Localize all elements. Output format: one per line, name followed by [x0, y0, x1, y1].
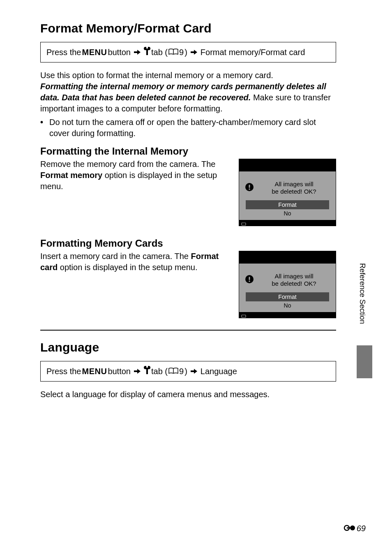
nav-dest: Language — [201, 366, 237, 377]
wrench-icon — [144, 46, 150, 58]
sub2-post: option is displayed in the setup menu. — [58, 263, 197, 272]
intro-paragraph: Use this option to format the internal m… — [40, 70, 336, 114]
screen-option-no: No — [246, 301, 329, 310]
sub1-text: Remove the memory card from the camera. … — [40, 159, 229, 192]
nav-text: button — [108, 366, 131, 377]
page-title-language: Language — [40, 340, 336, 354]
menu-label: MENU — [82, 46, 107, 58]
side-tab-marker — [357, 345, 372, 378]
nav-text: Press the — [46, 366, 81, 377]
language-body: Select a language for display of camera … — [40, 389, 336, 400]
sub1-pre: Remove the memory card from the camera. … — [40, 160, 215, 169]
arrow-right-icon — [134, 46, 141, 58]
nav-path-language: Press the MENU button tab ( 9 ) Language — [40, 361, 336, 382]
bullet-item: • Do not turn the camera off or open the… — [40, 117, 336, 139]
screen-top-bar — [239, 159, 336, 171]
screen-msg-l1: All images will — [274, 273, 313, 280]
camera-screen-mock: All images will be deleted! OK? Format N… — [239, 251, 336, 318]
nav-text: Press the — [46, 46, 81, 58]
page-title-format: Format Memory/Format Card — [40, 21, 336, 35]
page-number: 69 — [357, 524, 366, 533]
arrow-right-icon — [191, 366, 197, 377]
bullet-text: Do not turn the camera off or open the b… — [49, 117, 336, 139]
screen-bottom-bar — [239, 220, 336, 226]
nav-path-format: Press the MENU button tab ( 9 ) Format m… — [40, 42, 336, 62]
menu-label: MENU — [82, 366, 107, 377]
book-icon — [168, 366, 178, 377]
nav-page-ref: 9 — [179, 366, 184, 377]
screen-top-bar — [239, 251, 336, 264]
nav-dest: Format memory/Format card — [201, 46, 305, 58]
svg-rect-4 — [242, 223, 246, 225]
nav-text: tab ( — [151, 366, 168, 377]
wrench-icon — [144, 366, 150, 377]
page-footer: 69 — [344, 524, 366, 533]
screen-bottom-bar — [239, 312, 336, 318]
svg-point-3 — [249, 188, 250, 190]
nav-text: tab ( — [151, 46, 168, 58]
screen-option-format: Format — [246, 200, 329, 209]
nav-text: ) — [184, 46, 187, 58]
sub2-text: Insert a memory card in the camera. The … — [40, 251, 229, 273]
screen-option-no: No — [246, 209, 329, 218]
svg-point-7 — [249, 280, 250, 282]
screen-msg-l2: be deleted! OK? — [272, 280, 316, 287]
svg-rect-2 — [249, 185, 250, 188]
svg-rect-8 — [242, 315, 246, 317]
intro-line1: Use this option to format the internal m… — [40, 71, 273, 80]
back-icon — [241, 312, 247, 320]
subheading-memory-cards: Formatting Memory Cards — [40, 238, 336, 249]
back-icon — [241, 220, 247, 228]
arrow-right-icon — [191, 46, 197, 58]
section-divider — [40, 330, 336, 331]
screen-msg-l2: be deleted! OK? — [272, 188, 316, 195]
sub2-pre: Insert a memory card in the camera. The — [40, 252, 191, 261]
svg-rect-12 — [347, 528, 353, 529]
book-icon — [168, 46, 178, 58]
svg-rect-6 — [249, 277, 250, 280]
bullet-dot-icon: • — [40, 117, 49, 139]
sub1-bold: Format memory — [40, 171, 102, 180]
nav-page-ref: 9 — [179, 46, 184, 58]
subheading-internal-memory: Formatting the Internal Memory — [40, 146, 336, 157]
screen-option-format: Format — [246, 292, 329, 301]
warning-circle-icon — [245, 183, 254, 193]
warning-circle-icon — [245, 275, 254, 285]
screen-msg-l1: All images will — [274, 180, 313, 187]
nav-text: button — [108, 46, 131, 58]
side-section-label: Reference Section — [358, 263, 367, 324]
camera-screen-mock: All images will be deleted! OK? Format N… — [239, 159, 336, 226]
nav-text: ) — [184, 366, 187, 377]
arrow-right-icon — [134, 366, 141, 377]
section-link-icon — [344, 524, 356, 533]
